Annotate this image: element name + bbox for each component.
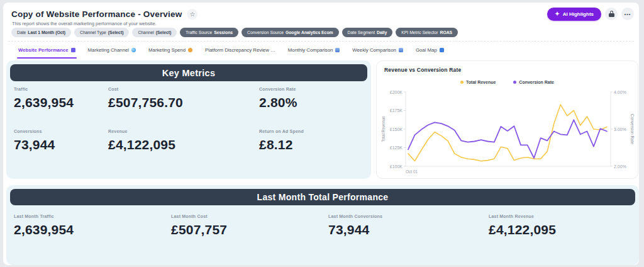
metric-last-month-cost: Last Month Cost£507,757 — [171, 214, 328, 237]
legend-item-total-revenue[interactable]: Total Revenue — [460, 80, 496, 84]
filter-chip-channel-type[interactable]: Channel Type(Select) — [74, 28, 129, 37]
filter-label: Date — [17, 30, 26, 35]
line-chart: £200K£175K£150K£125K£100K4.00%3.00%2.00%… — [377, 89, 639, 178]
metric-label: Conversion Rate — [259, 87, 371, 91]
metric-label: Traffic — [14, 87, 108, 91]
filter-chip-conversion-source[interactable]: Conversion SourceGoogle Analytics Ecom — [242, 28, 338, 37]
tab-label: Marketing Channel — [88, 47, 129, 53]
tab-website-performance[interactable]: Website Performance — [12, 42, 82, 59]
metric-value: £507,757 — [171, 222, 328, 237]
lock-icon — [609, 11, 614, 17]
legend-item-conversion-rate[interactable]: Conversion Rate — [513, 80, 554, 84]
metric-value: £4,122,095 — [489, 222, 639, 237]
axis-tick-label: Conversion Rate — [630, 114, 635, 145]
filter-label: Traffic Source — [186, 30, 212, 35]
tab-monthly-comparison[interactable]: Monthly Comparison — [282, 42, 347, 59]
metric-cost: Cost£507,756.70 — [108, 87, 259, 110]
tab-label: Monthly Comparison — [288, 47, 333, 53]
legend-dot-icon — [460, 81, 464, 84]
metric-label: Return on Ad Spend — [259, 129, 371, 134]
header-bar: Copy of Website Performance - Overview ☆… — [11, 6, 634, 21]
monitor-icon — [71, 48, 75, 52]
tab-platform-discrepancy-review[interactable]: Platform Discrepancy Review … — [199, 42, 282, 59]
filter-value: Google Analytics Ecom — [286, 30, 333, 35]
report-tabs: Website PerformanceMarketing ChannelMark… — [8, 41, 634, 59]
axis-tick-label: £150K — [390, 127, 403, 132]
metric-last-month-conversions: Last Month Conversions73,944 — [328, 214, 489, 237]
chart-icon — [399, 48, 403, 52]
metric-value: 73,944 — [328, 222, 489, 237]
tab-weekly-comparison[interactable]: Weekly Comparison — [346, 42, 409, 59]
axis-tick-label: £200K — [390, 90, 403, 94]
filter-value: Sessions — [214, 30, 233, 35]
metric-conversions: Conversions73,944 — [14, 129, 108, 152]
ellipsis-icon: ••• — [625, 12, 631, 16]
filter-chip-date[interactable]: DateLast 1 Month (Oct) — [11, 28, 71, 37]
metric-label: Last Month Revenue — [489, 214, 639, 219]
chart-title: Revenue vs Conversion Rate — [384, 67, 461, 73]
axis-tick-label: £125K — [390, 145, 403, 150]
star-icon: ☆ — [189, 11, 195, 18]
metric-traffic: Traffic2,639,954 — [14, 87, 108, 110]
metric-last-month-traffic: Last Month Traffic2,639,954 — [14, 214, 171, 237]
total-revenue-line — [408, 105, 607, 161]
metric-label: Revenue — [108, 129, 259, 134]
globe-icon — [131, 48, 136, 52]
filter-chip-kpi-metric-selector[interactable]: KPI Metric SelectorROAS — [396, 28, 458, 37]
filter-chip-date-segment[interactable]: Date SegmentDaily — [342, 28, 393, 37]
filter-chip-channel[interactable]: Channel(Select) — [132, 28, 177, 37]
metric-value: 73,944 — [14, 137, 108, 152]
tab-marketing-spend[interactable]: Marketing Spend — [142, 42, 199, 59]
dashboard-page: Copy of Website Performance - Overview ☆… — [3, 3, 639, 265]
legend-dot-icon — [513, 81, 516, 84]
metric-label: Last Month Conversions — [328, 214, 489, 219]
axis-tick-label: 2.00% — [614, 164, 626, 169]
filter-label: KPI Metric Selector — [401, 30, 438, 35]
tab-label: Marketing Spend — [148, 47, 186, 53]
tab-marketing-channel[interactable]: Marketing Channel — [82, 42, 142, 59]
last-month-grid: Last Month Traffic2,639,954Last Month Co… — [6, 209, 639, 237]
chart-legend: Total RevenueConversion Rate — [377, 80, 638, 84]
axis-tick-label: 4.00% — [614, 90, 626, 94]
map-icon — [440, 48, 444, 52]
tab-goal-map[interactable]: Goal Map — [409, 42, 450, 59]
metric-label: Cost — [108, 87, 259, 91]
axis-tick-label: Total Revenue — [381, 116, 386, 142]
legend-label: Total Revenue — [466, 80, 496, 84]
ai-highlights-button[interactable]: ✦ AI Highlights — [547, 8, 601, 21]
money-icon — [188, 48, 192, 52]
key-metrics-card: Key Metrics Traffic2,639,954Cost£507,756… — [6, 60, 371, 179]
key-metrics-header: Key Metrics — [10, 64, 367, 81]
favorite-button[interactable]: ☆ — [187, 9, 197, 20]
lock-button[interactable] — [605, 8, 618, 20]
metric-label: Last Month Traffic — [14, 214, 171, 219]
filter-label: Conversion Source — [247, 30, 284, 35]
metric-return-on-ad-spend: Return on Ad Spend£8.12 — [259, 129, 371, 152]
metric-value: £4,122,095 — [108, 137, 259, 152]
report-description: This report shows the overall marketing … — [12, 21, 157, 26]
axis-tick-label: £175K — [390, 108, 403, 113]
chart-icon — [335, 48, 340, 52]
revenue-conversion-chart-card: Revenue vs Conversion Rate Total Revenue… — [376, 60, 638, 179]
header-actions: ✦ AI Highlights ••• — [547, 8, 634, 21]
filter-value: Daily — [377, 30, 387, 35]
tab-label: Website Performance — [18, 47, 69, 53]
filter-chip-traffic-source[interactable]: Traffic SourceSessions — [180, 28, 238, 37]
filter-value: ROAS — [440, 30, 452, 35]
tab-label: Goal Map — [416, 47, 437, 53]
conversion-rate-line — [408, 120, 607, 158]
metric-label: Conversions — [14, 129, 108, 134]
filter-label: Channel Type — [80, 30, 106, 35]
tab-label: Weekly Comparison — [352, 47, 396, 53]
legend-label: Conversion Rate — [519, 80, 554, 84]
last-month-header: Last Month Total Performance — [10, 189, 635, 205]
axis-tick-label: 3.00% — [614, 127, 626, 132]
filter-label: Channel — [138, 30, 153, 35]
metric-value: 2,639,954 — [14, 95, 108, 110]
sparkle-icon: ✦ — [555, 11, 560, 17]
metric-value: 2,639,954 — [14, 222, 171, 237]
axis-tick-label: Oct 01 — [406, 169, 418, 174]
metric-last-month-revenue: Last Month Revenue£4,122,095 — [489, 214, 639, 237]
axis-tick-label: £100K — [390, 164, 403, 169]
more-options-button[interactable]: ••• — [621, 8, 634, 20]
